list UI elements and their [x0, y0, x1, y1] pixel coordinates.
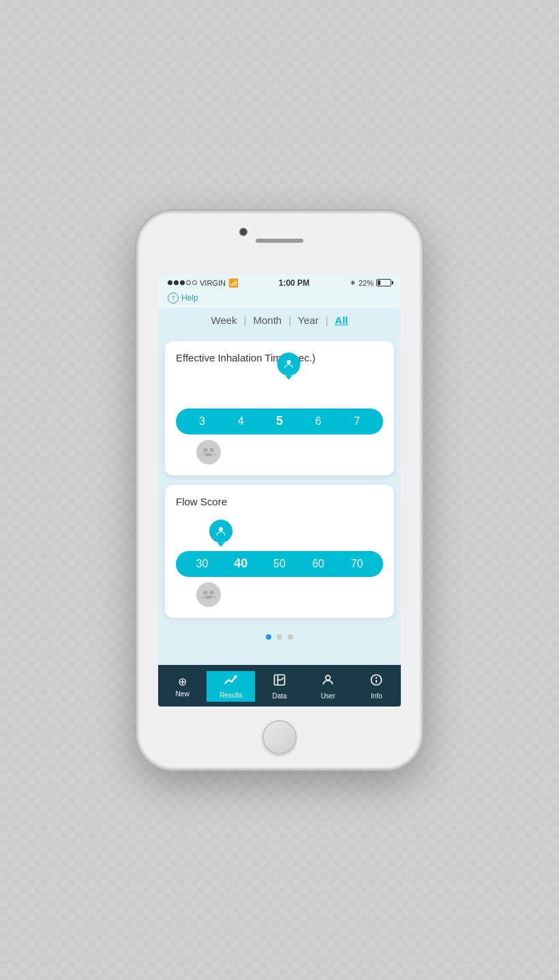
info-icon	[369, 673, 383, 690]
svg-point-3	[219, 527, 223, 531]
inhalation-val-6: 6	[299, 415, 337, 428]
battery-percent: 22%	[359, 279, 374, 287]
nav-label-user: User	[321, 692, 335, 700]
data-icon	[273, 673, 286, 690]
help-label: Help	[181, 293, 198, 303]
svg-point-2	[210, 447, 214, 451]
battery-fill	[378, 280, 380, 285]
nav-item-data[interactable]: Data	[255, 670, 303, 702]
phone-screen: VIRGIN 📶 1:00 PM ∗ 22% ? Help Week | Mo	[158, 274, 401, 707]
phone-device: VIRGIN 📶 1:00 PM ∗ 22% ? Help Week | Mo	[136, 211, 423, 770]
nav-item-user[interactable]: User	[304, 670, 352, 702]
signal-dot-5	[192, 280, 197, 285]
earpiece-speaker	[256, 239, 303, 243]
pagination-dots	[165, 627, 394, 647]
sep-1: |	[244, 314, 247, 326]
svg-point-5	[210, 590, 214, 594]
help-icon: ?	[168, 293, 179, 303]
nav-item-new[interactable]: ⊕ New	[158, 672, 207, 700]
user-indicator-inhalation	[277, 353, 301, 376]
signal-bars	[168, 280, 197, 285]
flow-slider[interactable]: 30 40 50 60 70	[176, 551, 383, 577]
tab-week[interactable]: Week	[211, 314, 237, 326]
new-icon: ⊕	[178, 675, 187, 688]
user-indicator-flow	[209, 520, 232, 543]
inhalation-val-7: 7	[337, 415, 376, 428]
signal-dot-4	[186, 280, 191, 285]
group-icon-inhalation	[196, 440, 221, 464]
tab-month[interactable]: Month	[253, 314, 282, 326]
inhalation-val-3: 3	[183, 415, 222, 428]
help-bar: ? Help	[158, 291, 401, 308]
status-bar: VIRGIN 📶 1:00 PM ∗ 22%	[158, 274, 401, 291]
sep-2: |	[288, 314, 291, 326]
status-left: VIRGIN 📶	[168, 278, 239, 288]
screen-content: Effective Inhalation Time (sec.)	[158, 333, 401, 665]
carrier-name: VIRGIN	[200, 279, 226, 287]
svg-point-0	[287, 360, 291, 364]
filter-tabs: Week | Month | Year | All	[158, 308, 401, 333]
dot-1	[266, 634, 271, 640]
flow-val-50: 50	[260, 558, 299, 570]
nav-item-results[interactable]: Results	[207, 671, 255, 702]
inhalation-val-4: 4	[222, 415, 260, 428]
user-icon	[321, 673, 335, 690]
inhalation-slider[interactable]: 3 4 5 6 7	[176, 409, 383, 434]
signal-dot-3	[180, 280, 185, 285]
flow-val-70: 70	[337, 558, 376, 570]
status-time: 1:00 PM	[279, 278, 309, 288]
svg-point-4	[203, 590, 207, 594]
signal-dot-2	[174, 280, 179, 285]
battery-icon	[376, 279, 391, 286]
bottom-nav: ⊕ New Results	[158, 665, 401, 707]
dot-2	[277, 634, 282, 640]
group-indicator-flow	[176, 582, 383, 607]
flow-score-card: Flow Score 30 40	[165, 485, 394, 618]
svg-point-1	[203, 447, 207, 451]
signal-dot-1	[168, 280, 172, 285]
nav-item-info[interactable]: Info	[352, 670, 401, 702]
flow-val-60: 60	[299, 558, 337, 570]
front-camera	[239, 228, 247, 236]
group-indicator-inhalation	[176, 440, 383, 464]
nav-label-data: Data	[272, 692, 286, 700]
tab-year[interactable]: Year	[298, 314, 318, 326]
nav-label-results: Results	[220, 692, 242, 699]
phone-top-hardware	[138, 213, 421, 274]
phone-bottom-hardware	[138, 707, 421, 768]
flow-score-card-title: Flow Score	[176, 496, 383, 507]
help-link[interactable]: ? Help	[168, 293, 391, 303]
flow-val-30: 30	[183, 558, 222, 570]
status-right: ∗ 22%	[350, 278, 391, 287]
wifi-icon: 📶	[228, 278, 239, 288]
group-icon-flow	[196, 582, 221, 607]
inhalation-val-5: 5	[260, 414, 299, 428]
results-icon	[224, 674, 239, 689]
home-button[interactable]	[262, 720, 297, 754]
tab-all[interactable]: All	[335, 314, 348, 326]
sep-3: |	[325, 314, 328, 326]
nav-label-info: Info	[371, 692, 382, 700]
bluetooth-icon: ∗	[350, 278, 356, 287]
inhalation-card: Effective Inhalation Time (sec.)	[165, 341, 394, 475]
dot-3	[288, 634, 293, 640]
nav-label-new: New	[176, 690, 190, 698]
svg-point-8	[326, 675, 331, 680]
flow-val-40: 40	[222, 556, 260, 571]
